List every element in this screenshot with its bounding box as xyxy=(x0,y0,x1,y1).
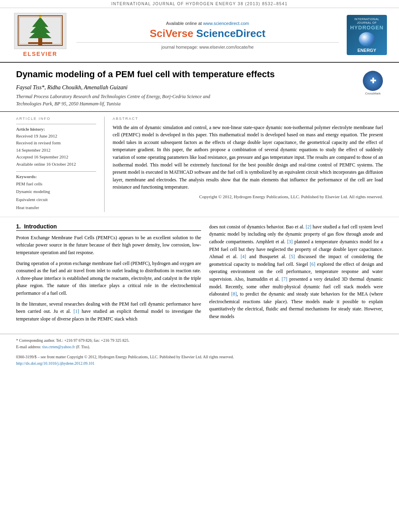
info-abstract-section: ARTICLE INFO Article history: Received 1… xyxy=(0,112,399,217)
intro-para1: Proton Exchange Membrane Fuel Cells (PEM… xyxy=(16,234,201,257)
doi-link[interactable]: http://dx.doi.org/10.1016/j.ijhydene.201… xyxy=(16,361,95,366)
ref8-link[interactable]: [8] xyxy=(231,291,237,297)
accepted-date: Accepted 16 September 2012 xyxy=(16,154,96,161)
kw3: Equivalent circuit xyxy=(16,196,96,204)
sciverse-text: SciVerse xyxy=(150,27,196,39)
body-right-column: does not consist of dynamics behavior. B… xyxy=(209,223,383,326)
article-header: ✚ CrossMark Dynamic modeling of a PEM fu… xyxy=(0,63,399,112)
article-history-title: Article history: xyxy=(16,127,96,131)
elsevier-wordmark: ELSEVIER xyxy=(23,51,57,57)
keywords-block: Keywords: PEM fuel cells Dynamic modelin… xyxy=(16,171,96,212)
hydrogen-energy-logo: InternationalJournal of HYDROGEN ENERGY xyxy=(347,15,387,55)
article-info-label: ARTICLE INFO xyxy=(16,117,96,121)
elsevier-tree-image xyxy=(14,13,66,49)
email-link[interactable]: tiss.ctrten@yahoo.fr xyxy=(42,345,75,349)
authors: Faysal Tiss*, Ridha Chouikh, Amenallah G… xyxy=(16,84,383,91)
available-online-text: Available online at www.sciencedirect.co… xyxy=(76,21,339,26)
ref4-link[interactable]: [4] xyxy=(241,254,246,259)
intro-section-title: 1. Introduction xyxy=(16,223,201,231)
hydrogen-logo-area: InternationalJournal of HYDROGEN ENERGY xyxy=(343,15,391,55)
intro-section-number: 1. xyxy=(16,223,21,230)
intl-journal-text: InternationalJournal of xyxy=(354,17,379,25)
journal-homepage: journal homepage: www.elsevier.com/locat… xyxy=(76,42,339,49)
email-address: E-mail address: tiss.ctrten@yahoo.fr (F.… xyxy=(16,344,383,350)
abstract-text: With the aim of dynamic simulation and c… xyxy=(113,124,383,191)
article-info-column: ARTICLE INFO Article history: Received 1… xyxy=(16,117,105,212)
sciencedirect-link[interactable]: www.sciencedirect.com xyxy=(203,21,249,26)
ref5-link[interactable]: [5] xyxy=(289,254,295,259)
issn-bar: 0360-3199/$ – see front matter Copyright… xyxy=(0,352,399,368)
body-section: 1. Introduction Proton Exchange Membrane… xyxy=(0,217,399,332)
ref6-link[interactable]: [6] xyxy=(310,261,315,267)
hydrogen-orb xyxy=(359,32,375,46)
right-col-para1: does not consist of dynamics behavior. B… xyxy=(209,223,383,320)
history-block: Article history: Received 19 June 2012 R… xyxy=(16,124,96,168)
footer-notes: * Corresponding author. Tel.: +216 97 67… xyxy=(0,334,399,352)
received1: Received 19 June 2012 xyxy=(16,133,96,140)
sciencedirect-text: ScienceDirect xyxy=(196,27,265,39)
article-title: Dynamic modeling of a PEM fuel cell with… xyxy=(16,69,290,80)
elsevier-logo-area: ELSEVIER xyxy=(8,13,72,57)
kw2: Dynamic modeling xyxy=(16,188,96,196)
keywords-title: Keywords: xyxy=(16,174,96,179)
affiliation: Thermal Process Laboratory Research and … xyxy=(16,93,383,107)
svg-rect-1 xyxy=(28,42,52,44)
sciverse-brand: SciVerse ScienceDirect xyxy=(76,27,339,40)
received2: Received in revised form xyxy=(16,140,96,147)
journal-bar-text: INTERNATIONAL JOURNAL OF HYDROGEN ENERGY… xyxy=(111,2,288,6)
kw1: PEM fuel cells xyxy=(16,180,96,188)
issn-text: 0360-3199/$ – see front matter Copyright… xyxy=(16,354,383,360)
elsevier-logo: ELSEVIER xyxy=(8,13,72,57)
ref7-link[interactable]: [7] xyxy=(282,276,287,282)
crossmark-badge: ✚ CrossMark xyxy=(363,71,383,95)
abstract-column: ABSTRACT With the aim of dynamic simulat… xyxy=(105,117,383,212)
body-left-column: 1. Introduction Proton Exchange Membrane… xyxy=(16,223,201,326)
journal-bar: INTERNATIONAL JOURNAL OF HYDROGEN ENERGY… xyxy=(0,0,399,8)
kw4: Heat transfer xyxy=(16,204,96,212)
intro-title-text: Introduction xyxy=(24,223,57,230)
received2-date: 14 September 2012 xyxy=(16,147,96,154)
ref1-link[interactable]: [1] xyxy=(74,308,79,314)
abstract-label: ABSTRACT xyxy=(113,117,383,121)
copyright-text: Copyright © 2012, Hydrogen Energy Public… xyxy=(113,193,383,200)
page-header: ELSEVIER Available online at www.science… xyxy=(0,8,399,63)
doi-link-line: http://dx.doi.org/10.1016/j.ijhydene.201… xyxy=(16,360,383,367)
ref2-link[interactable]: [2] xyxy=(306,224,311,230)
intro-para2: During operation of a proton exchange me… xyxy=(16,260,201,297)
available-online-date: Available online 16 October 2012 xyxy=(16,161,96,168)
ref3-link[interactable]: [3] xyxy=(287,239,293,244)
corresponding-author: * Corresponding author. Tel.: +216 97 67… xyxy=(16,337,383,344)
energy-word: ENERGY xyxy=(358,48,376,53)
crossmark-icon: ✚ xyxy=(363,71,383,91)
intro-para3: In the literature, several researches de… xyxy=(16,300,201,323)
sciencedirect-area: Available online at www.sciencedirect.co… xyxy=(76,21,339,49)
crossmark-label: CrossMark xyxy=(363,92,383,95)
hydrogen-word: HYDROGEN xyxy=(350,25,383,31)
